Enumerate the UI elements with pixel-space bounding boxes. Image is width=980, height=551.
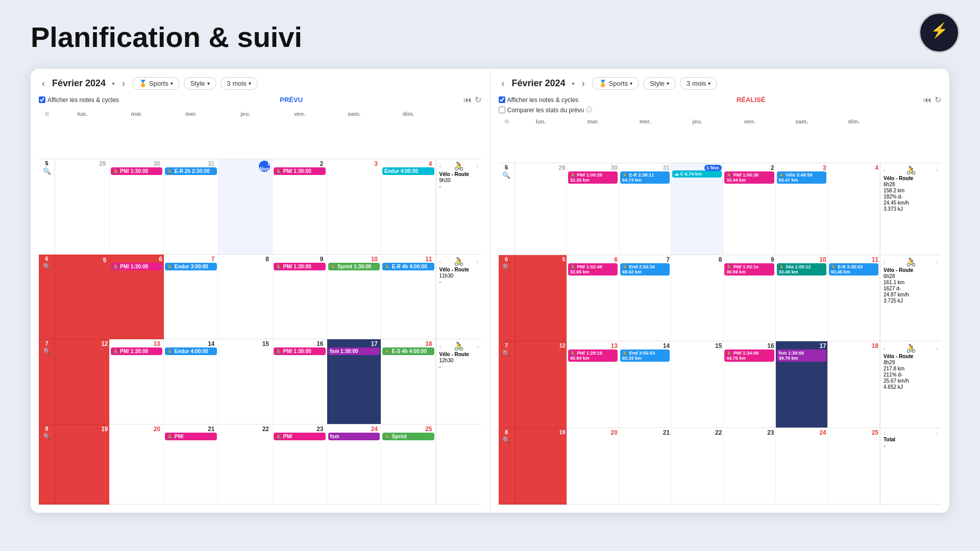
left-back-icon-btn[interactable]: ⏮ <box>463 95 472 105</box>
left-refresh-icon-btn[interactable]: ↻ <box>475 95 481 105</box>
right-sports-btn[interactable]: 🏅 Sports ▾ <box>592 77 640 90</box>
right-w8-summary-prev[interactable]: ‹ <box>884 430 886 436</box>
left-w8-mer-num: 21 <box>165 425 217 433</box>
right-w6-sam-num: 10 <box>777 256 826 263</box>
left-w8-ven-event1[interactable]: 🚴 PM/ <box>274 433 326 440</box>
left-w8-lun: 19 <box>55 424 110 505</box>
right-week8-search-icon[interactable]: 🔍 <box>502 436 510 444</box>
left-w8-sam-event1[interactable]: fsm <box>328 433 380 440</box>
right-w5-sam-event1[interactable]: 🚴 Vélo 3:49:5993.47 km <box>777 171 826 184</box>
right-w5-summary-next[interactable]: › <box>936 167 938 173</box>
left-w6-summary-next[interactable]: › <box>477 258 479 264</box>
right-week5-search-icon[interactable]: 🔍 <box>502 171 510 179</box>
right-w8-summary-next[interactable]: › <box>936 430 938 436</box>
right-day-lun-header: lun. <box>515 116 567 163</box>
right-w7-summary-prev[interactable]: ‹ <box>884 345 886 352</box>
left-w6-mar: 6 🚴 PM/ 1:30:00 <box>110 255 164 340</box>
right-w5-jeu-event1[interactable]: ☁ C 6.74 km <box>672 170 722 178</box>
left-w7-summary-prev[interactable]: ‹ <box>439 343 442 349</box>
left-w8-mer-event1[interactable]: 🚴 PM/ <box>165 433 217 440</box>
right-w7-ven-event1[interactable]: 🚴 PM/ 1:34:4944.76 km <box>724 349 774 362</box>
left-w8-dim-event1[interactable]: 🚴 Sprint <box>382 433 434 440</box>
left-w5-mer: 31 🚴 E-R 2h 2:30:00 <box>164 159 218 255</box>
left-week6-search-icon[interactable]: 🔍 <box>43 263 51 270</box>
right-w6-summary-prev[interactable]: ‹ <box>884 259 886 265</box>
right-next-btn[interactable]: › <box>579 77 588 90</box>
left-w5-ven-event1[interactable]: 🚴 PM/ 1:30:00 <box>274 167 326 175</box>
right-w7-summary-next[interactable]: › <box>936 345 938 352</box>
left-w6-mar-event1[interactable]: 🚴 PM/ 1:30:00 <box>111 263 163 270</box>
right-w6-dim-num: 11 <box>829 256 878 263</box>
left-w7-lun-num: 12 <box>56 340 108 347</box>
left-w5-lun: 29 <box>55 159 110 255</box>
left-w5-mar-event1[interactable]: 🚴 PM/ 1:30:00 <box>111 167 163 175</box>
right-style-btn[interactable]: Style ▾ <box>643 77 676 90</box>
left-w6-summary-dist: - <box>439 279 441 285</box>
right-notes-checkbox-label[interactable]: Afficher les notes & cycles <box>499 96 579 104</box>
right-week7-search-icon[interactable]: 🔍 <box>502 349 510 357</box>
right-w6-dim-event1[interactable]: 🚴 E-R 3:35:0392.45 km <box>829 263 878 276</box>
left-w7-ven-event1[interactable]: 🚴 PM/ 1:30:00 <box>274 347 326 355</box>
left-w6-dim-num: 11 <box>382 256 434 263</box>
right-w5-summary-prev[interactable]: ‹ <box>884 167 886 173</box>
right-w7-mar-event1[interactable]: 🚴 PM/ 1:28:1940.94 km <box>568 349 618 362</box>
left-notes-checkbox[interactable] <box>39 96 45 103</box>
right-week6-label: 6 <box>505 256 508 262</box>
left-week7-search-icon[interactable]: 🔍 <box>43 347 51 355</box>
left-w5-dim-event1[interactable]: Endur 4:00:00 <box>382 167 434 175</box>
left-w7-mar-event1[interactable]: 🚴 PM/ 1:30:00 <box>111 347 163 355</box>
left-w7-mer-event1[interactable]: 🚴 Endur 4:00:00 <box>165 347 217 355</box>
left-w6-ven-event1[interactable]: 🚴 PM/ 1:30:00 <box>274 263 326 270</box>
left-next-btn[interactable]: › <box>119 77 128 90</box>
left-w5-summary-next[interactable]: › <box>477 163 479 169</box>
right-w6-sam-event1[interactable]: 🚴 Séa 1:00:1233.49 km <box>777 263 826 276</box>
right-w6-ven-event1[interactable]: 🚴 PM/ 1:02:1x30.59 km <box>724 263 774 276</box>
right-notes-checkbox[interactable] <box>499 96 505 103</box>
left-w5-mer-num: 31 <box>165 160 217 167</box>
left-week5-search-icon[interactable]: 🔍 <box>43 167 51 175</box>
left-w7-dim-event1[interactable]: 🚴 E-S 4h 4:00:00 <box>382 347 434 355</box>
right-w5-mer-event1[interactable]: 🚴 E-R 2:38:1164.73 km <box>620 171 670 184</box>
left-w5-summary-prev[interactable]: ‹ <box>439 163 442 169</box>
right-w5-ven-event1[interactable]: 🚴 PM/ 1:00:3632.44 km <box>724 171 774 184</box>
left-w8-ven: 23 🚴 PM/ <box>273 424 327 505</box>
left-month-chevron: ▾ <box>112 80 115 87</box>
left-week-col-header: ⚙ <box>39 109 55 159</box>
right-w6-mar-event1[interactable]: 🚴 PM/ 1:02:4832.05 km <box>568 263 618 276</box>
right-back-icon-btn[interactable]: ⏮ <box>923 95 932 105</box>
right-refresh-icon-btn[interactable]: ↻ <box>935 95 941 105</box>
left-w6-mer-event1[interactable]: 🚴 Endur 3:00:00 <box>165 263 217 270</box>
right-compare-info-icon[interactable]: ⓘ <box>586 106 592 114</box>
left-week8-search-icon[interactable]: 🔍 <box>43 433 51 440</box>
right-week7-num: 7 🔍 <box>499 341 515 428</box>
left-sports-btn[interactable]: 🏅 Sports ▾ <box>132 77 180 90</box>
left-w5-ven-num: 2 <box>274 160 326 167</box>
right-prev-btn[interactable]: ‹ <box>499 77 508 90</box>
left-w7-sam-event1[interactable]: fsm 1:30:00 <box>328 347 380 355</box>
right-compare-checkbox[interactable] <box>499 107 505 113</box>
right-period-btn[interactable]: 3 mois ▾ <box>680 77 717 90</box>
right-week8-num: 8 🔍 <box>499 428 515 505</box>
right-w6-summary: ‹ 🚴 › Vélo - Route 6h28 161.1 km 1627 d-… <box>880 255 941 342</box>
right-period-dropdown-icon: ▾ <box>708 81 710 86</box>
left-prev-btn[interactable]: ‹ <box>39 77 48 90</box>
right-week6-search-icon[interactable]: 🔍 <box>502 263 510 271</box>
left-period-btn[interactable]: 3 mois ▾ <box>220 77 258 90</box>
right-w6-summary-next[interactable]: › <box>936 259 938 265</box>
left-w5-mer-event1[interactable]: 🚴 E-R 2h 2:30:00 <box>165 167 217 175</box>
left-w6-sam-event1[interactable]: 🚴 Sprint 1:30:00 <box>328 263 380 270</box>
left-style-btn[interactable]: Style ▾ <box>184 77 216 90</box>
right-w7-mer-event1[interactable]: 🚴 End 3:55:5392.33 km <box>620 349 670 362</box>
right-w6-mer-event1[interactable]: 🚴 End 2:53:3468.62 km <box>620 263 670 276</box>
right-w6-lun-num: 5 <box>516 256 566 262</box>
left-w6-summary-prev[interactable]: ‹ <box>439 258 442 264</box>
right-compare-checkbox-label[interactable]: Comparer les stats du prévu ⓘ <box>499 106 593 114</box>
left-day-ven-header: ven. <box>273 109 327 159</box>
left-w7-summary-next[interactable]: › <box>477 343 479 349</box>
right-w7-sam-event1[interactable]: fsm 1:30:0839.79 km <box>777 349 826 362</box>
right-w5-mar-event1[interactable]: 🚴 PM/ 1:00:2632.35 km <box>568 171 618 184</box>
left-w6-dim-event1[interactable]: 🚴 E-R 4h 4:00:00 <box>382 263 434 270</box>
left-notes-checkbox-label[interactable]: Afficher les notes & cycles <box>39 96 119 104</box>
left-w7-mar: 13 🚴 PM/ 1:30:00 <box>110 339 164 424</box>
right-w5-mar: 30 🚴 PM/ 1:00:2632.35 km <box>567 163 619 255</box>
